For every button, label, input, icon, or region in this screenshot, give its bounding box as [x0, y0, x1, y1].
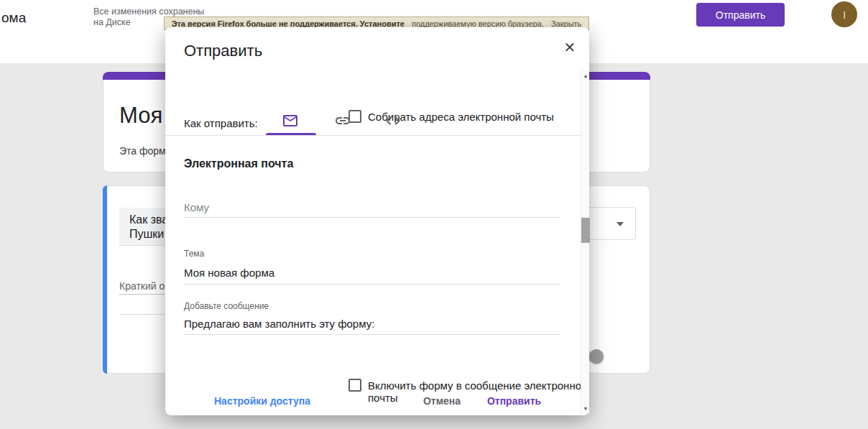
include-form-checkbox[interactable]	[348, 379, 361, 392]
dialog-send-button[interactable]: Отправить	[480, 390, 548, 412]
send-dialog: Отправить ✕ Собирать адреса электронной …	[165, 27, 589, 415]
banner-update-link[interactable]: поддерживаемую версию браузера.	[412, 19, 544, 28]
access-settings-link[interactable]: Настройки доступа	[208, 390, 316, 412]
to-field[interactable]: Кому	[184, 201, 209, 213]
banner-message: Эта версия Firefox больше не поддерживае…	[172, 19, 405, 28]
tab-send-email[interactable]	[282, 112, 299, 129]
tab-send-embed[interactable]	[384, 112, 402, 129]
scrollbar-down-arrow[interactable]: ▼	[581, 403, 590, 413]
subject-field[interactable]: Моя новая форма	[184, 267, 274, 279]
scrollbar-up-arrow[interactable]: ▲	[581, 70, 590, 80]
how-to-send-label: Как отправить:	[184, 117, 258, 129]
embed-code-icon	[384, 112, 402, 129]
message-field-underline	[184, 334, 560, 335]
banner-close-link[interactable]: Закрыть	[551, 19, 581, 28]
form-title-text[interactable]: Моя	[119, 103, 162, 129]
message-field[interactable]: Предлагаю вам заполнить эту форму:	[184, 318, 374, 330]
toggle-knob	[589, 349, 604, 364]
subject-label: Тема	[184, 249, 204, 259]
subject-field-underline	[184, 284, 560, 285]
email-section-heading: Электронная почта	[184, 157, 293, 170]
dialog-scrollbar: ▲ ▼	[581, 70, 589, 413]
avatar[interactable]: I	[831, 1, 857, 27]
autosave-line1: Все изменения сохранены	[93, 6, 204, 17]
link-icon	[334, 112, 351, 129]
tabs-divider	[165, 135, 581, 136]
include-form-label: Включить форму в сообщение электронной п…	[368, 379, 589, 404]
close-icon[interactable]: ✕	[560, 37, 580, 57]
answer-type-preview: Краткий о	[119, 280, 165, 295]
tab-send-link[interactable]	[334, 112, 351, 129]
send-button[interactable]: Отправить	[696, 3, 785, 27]
chevron-down-icon	[617, 222, 624, 226]
message-label: Добавьте сообщение	[184, 301, 269, 311]
cancel-button[interactable]: Отмена	[413, 390, 471, 412]
scrollbar-thumb[interactable]	[581, 218, 590, 243]
form-description-text[interactable]: Эта форм	[119, 145, 166, 157]
mail-icon	[282, 112, 299, 129]
form-title: ома	[1, 10, 26, 26]
selected-question-indicator	[103, 185, 107, 374]
dialog-title: Отправить	[184, 42, 262, 60]
to-field-underline	[184, 217, 560, 218]
